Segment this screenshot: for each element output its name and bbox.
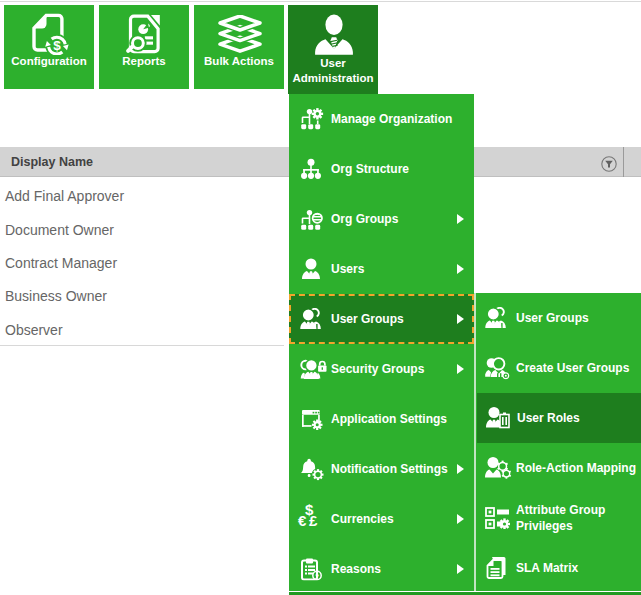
svg-text:$: $ [53,38,61,53]
svg-text:?: ? [315,573,319,580]
